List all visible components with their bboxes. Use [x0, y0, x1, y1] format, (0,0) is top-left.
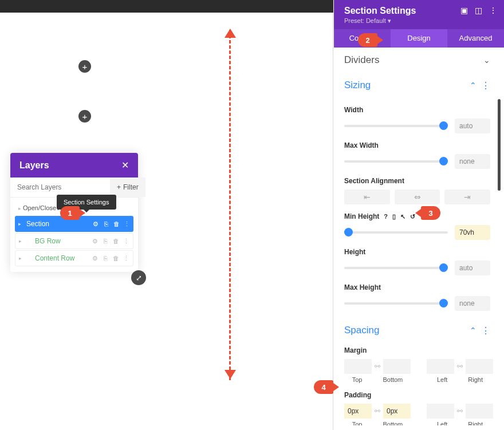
settings-scroll[interactable]: Dividers ⌄ Sizing ⌃ ⋮ Width Max Width: [334, 48, 504, 425]
more-icon[interactable]: ⋮: [477, 325, 490, 336]
trash-icon[interactable]: 🗑: [113, 220, 120, 227]
duplicate-icon[interactable]: ⎘: [103, 220, 109, 227]
more-icon[interactable]: ⋮: [489, 6, 497, 15]
canvas-topbar: [0, 0, 333, 13]
tab-design[interactable]: Design: [391, 29, 447, 48]
align-left-button[interactable]: ⇤: [344, 190, 390, 204]
panel-icon[interactable]: ◫: [475, 6, 482, 15]
trash-icon[interactable]: 🗑: [112, 255, 119, 262]
link-icon[interactable]: ⚯: [454, 407, 466, 415]
more-icon[interactable]: ⋮: [123, 220, 130, 227]
callout-badge-3: 3: [421, 206, 440, 220]
plus-icon: +: [117, 183, 121, 191]
gear-icon[interactable]: ⚙: [92, 220, 99, 227]
alignment-label: Section Alignment: [344, 177, 490, 185]
chevron-up-icon: ⌃: [470, 326, 477, 335]
height-indicator-line: [229, 30, 231, 380]
width-label: Width: [344, 106, 490, 114]
layer-item-content-row[interactable]: ▸ Content Row ⚙ ⎘ 🗑 ⋮: [15, 250, 133, 266]
expand-icon[interactable]: ▣: [460, 6, 468, 15]
padding-bottom-input[interactable]: [383, 404, 411, 419]
chevron-down-icon: ▾: [388, 17, 391, 24]
reset-icon[interactable]: ↺: [410, 213, 415, 220]
padding-top-input[interactable]: [344, 404, 372, 419]
margin-right-input[interactable]: [466, 359, 493, 374]
gear-icon[interactable]: ⚙: [92, 255, 99, 262]
spacing-body: Margin ⚯ TopBottom ⚯: [334, 346, 501, 425]
link-icon[interactable]: ⚯: [372, 407, 383, 415]
max-width-input[interactable]: [455, 154, 490, 169]
max-height-label: Max Height: [344, 283, 490, 291]
layer-label: Section: [24, 220, 92, 228]
height-slider[interactable]: [344, 267, 448, 269]
hover-icon[interactable]: ↖: [400, 213, 405, 220]
padding-right-input[interactable]: [466, 404, 493, 419]
more-icon[interactable]: ⋮: [123, 238, 129, 244]
filter-button[interactable]: + Filter: [110, 177, 145, 197]
width-input[interactable]: [455, 119, 490, 133]
callout-badge-1: 1: [60, 206, 80, 220]
resize-handle[interactable]: ⤢: [131, 270, 146, 285]
align-right-button[interactable]: ⇥: [444, 190, 490, 204]
more-icon[interactable]: ⋮: [123, 255, 129, 262]
settings-header: Section Settings Preset: Default ▾ ▣ ◫ ⋮: [334, 0, 504, 29]
canvas-body: + + + Layers ✕ + Filter ▸ Open/Close All: [0, 13, 333, 430]
filter-label: Filter: [123, 183, 139, 191]
margin-label: Margin: [344, 346, 490, 354]
chevron-down-icon: ⌄: [483, 56, 490, 65]
margin-bottom-input[interactable]: [383, 359, 411, 374]
height-label: Height: [344, 248, 490, 256]
layers-panel-header: Layers ✕: [10, 153, 138, 177]
chevron-right-icon: ▸: [19, 238, 25, 244]
max-width-slider[interactable]: [344, 160, 448, 163]
accordion-label: Spacing: [344, 325, 379, 336]
link-icon[interactable]: ⚯: [372, 362, 383, 370]
duplicate-icon[interactable]: ⎘: [102, 238, 109, 244]
layer-actions: ⚙ ⎘ 🗑 ⋮: [92, 238, 129, 244]
gear-icon[interactable]: ⚙: [92, 238, 99, 244]
accordion-label: Sizing: [344, 80, 371, 91]
min-height-input[interactable]: [455, 225, 490, 240]
link-icon[interactable]: ⚯: [454, 362, 466, 370]
padding-label: Padding: [344, 391, 490, 399]
close-icon[interactable]: ✕: [121, 160, 129, 171]
max-width-label: Max Width: [344, 141, 490, 149]
arrow-down-icon: [225, 370, 236, 379]
trash-icon[interactable]: 🗑: [112, 238, 119, 244]
accordion-spacing[interactable]: Spacing ⌃ ⋮: [334, 318, 501, 343]
width-slider[interactable]: [344, 125, 448, 127]
max-height-slider[interactable]: [344, 302, 448, 305]
padding-left-input[interactable]: [427, 404, 454, 419]
tab-advanced[interactable]: Advanced: [447, 29, 504, 48]
layers-title: Layers: [19, 160, 49, 171]
accordion-label: Dividers: [344, 54, 379, 66]
chevron-up-icon: ⌃: [470, 81, 477, 90]
align-center-button[interactable]: ⇔: [395, 190, 440, 204]
layer-label: Content Row: [25, 254, 92, 262]
add-module-button[interactable]: +: [78, 110, 91, 123]
margin-left-input[interactable]: [427, 359, 454, 374]
chevron-right-icon: ▸: [18, 221, 24, 227]
callout-badge-4: 4: [314, 380, 333, 394]
mobile-icon[interactable]: ▯: [392, 213, 396, 220]
margin-top-input[interactable]: [344, 359, 372, 374]
duplicate-icon[interactable]: ⎘: [102, 255, 109, 262]
header-actions: ▣ ◫ ⋮: [460, 6, 497, 15]
preset-selector[interactable]: Preset: Default ▾: [344, 17, 494, 25]
chevron-right-icon: ▸: [19, 255, 25, 261]
layer-item-bg-row[interactable]: ▸ BG Row ⚙ ⎘ 🗑 ⋮: [15, 233, 133, 249]
more-icon[interactable]: ⋮: [477, 80, 490, 91]
search-input[interactable]: [10, 177, 110, 197]
add-module-button[interactable]: +: [78, 60, 91, 73]
layer-actions: ⚙ ⎘ 🗑 ⋮: [92, 255, 129, 262]
accordion-sizing[interactable]: Sizing ⌃ ⋮: [334, 73, 501, 98]
builder-canvas: + + + Layers ✕ + Filter ▸ Open/Close All: [0, 0, 333, 430]
callout-badge-2: 2: [358, 33, 377, 47]
layer-actions: ⚙ ⎘ 🗑 ⋮: [92, 220, 130, 227]
layer-label: BG Row: [25, 237, 92, 245]
height-input[interactable]: [455, 261, 490, 275]
max-height-input[interactable]: [455, 296, 490, 311]
help-icon[interactable]: ?: [384, 213, 388, 220]
accordion-dividers[interactable]: Dividers ⌄: [334, 48, 501, 73]
min-height-slider[interactable]: [344, 231, 448, 234]
